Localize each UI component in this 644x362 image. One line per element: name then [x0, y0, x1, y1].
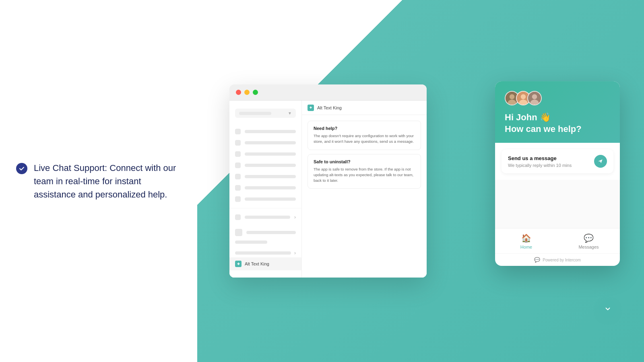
faq-body-1: The app doesn't require any configuratio… — [314, 133, 415, 145]
send-message-button[interactable] — [594, 155, 607, 168]
nav-item-1[interactable] — [229, 126, 301, 137]
section-label — [245, 216, 290, 219]
app-sidebar: ▼ — [229, 101, 302, 278]
intercom-bottom-nav: 🏠 Home 💬 Messages — [495, 228, 620, 253]
nav-item-4[interactable] — [229, 160, 301, 171]
nav-icon — [235, 196, 241, 202]
nav-label — [245, 186, 296, 189]
intercom-header: Hi John 👋 How can we help? — [495, 81, 620, 143]
powered-by-text: Powered by Intercom — [543, 258, 581, 262]
message-card-title: Send us a message — [508, 155, 594, 161]
intercom-logo-icon: 💬 — [534, 257, 540, 263]
message-card[interactable]: Send us a message We typically reply wit… — [502, 149, 613, 173]
nav-icon — [235, 162, 241, 168]
nav-label — [245, 175, 296, 178]
window-minimize-dot — [244, 90, 250, 95]
nav-label — [245, 164, 296, 167]
message-card-content: Send us a message We typically reply wit… — [508, 155, 594, 168]
browser-content: ▼ — [229, 101, 427, 278]
widget-toggle-button[interactable] — [599, 300, 617, 318]
section-item-1[interactable]: › — [229, 212, 301, 223]
tab-home-label: Home — [520, 245, 532, 249]
svg-point-7 — [532, 94, 537, 99]
avatar-3 — [527, 91, 542, 105]
nav-icon — [235, 140, 241, 146]
faq-item-2: Safe to uninstall? The app is safe to re… — [308, 154, 421, 189]
chevron-right-icon: › — [294, 214, 296, 220]
window-close-dot — [236, 90, 241, 95]
browser-titlebar — [229, 84, 427, 101]
nav-label — [245, 141, 296, 144]
faq-title-1: Need help? — [314, 126, 415, 131]
greeting-line2: How can we help? — [505, 123, 610, 135]
chevron-right-icon-2: › — [294, 250, 296, 256]
nav-item-5[interactable] — [229, 171, 301, 182]
faq-title-2: Safe to uninstall? — [314, 159, 415, 164]
nav-label — [245, 152, 296, 156]
section-label-2 — [235, 251, 291, 255]
nav-icon — [235, 185, 241, 191]
svg-point-1 — [510, 94, 514, 99]
app-header-title: Alt Text King — [317, 105, 342, 110]
sub-label — [235, 241, 267, 244]
faq-item-1: Need help? The app doesn't require any c… — [308, 121, 421, 150]
app-header-icon: ✚ — [308, 105, 314, 111]
intercom-widget: Hi John 👋 How can we help? Send us a mes… — [495, 81, 620, 266]
intercom-greeting: Hi John 👋 How can we help? — [505, 112, 610, 135]
svg-point-4 — [521, 94, 526, 99]
feature-description: Live Chat Support: Connect with our team… — [34, 161, 181, 201]
nav-label — [245, 130, 296, 133]
nav-item-2[interactable] — [229, 137, 301, 148]
app-name-label: Alt Text King — [245, 261, 269, 266]
tab-home[interactable]: 🏠 Home — [495, 228, 557, 253]
faq-content: Need help? The app doesn't require any c… — [302, 115, 427, 198]
nav-icon — [235, 151, 241, 157]
check-circle-icon — [16, 163, 27, 174]
nav-icon — [235, 129, 241, 134]
app-main: ✚ Alt Text King Need help? The app doesn… — [302, 101, 427, 278]
tab-messages-label: Messages — [578, 245, 599, 249]
tab-messages[interactable]: 💬 Messages — [557, 228, 620, 253]
avatar-group — [505, 91, 610, 105]
store-icon — [235, 229, 242, 236]
greeting-line1: Hi John 👋 — [505, 112, 610, 123]
sidebar-app-item[interactable]: ✚ Alt Text King — [229, 257, 301, 270]
right-area: ▼ — [197, 0, 644, 362]
app-icon: ✚ — [235, 261, 242, 267]
sidebar-header: ▼ — [229, 105, 301, 126]
feature-item: Live Chat Support: Connect with our team… — [16, 161, 181, 201]
sidebar-dropdown[interactable]: ▼ — [235, 109, 296, 118]
store-label — [246, 231, 296, 234]
nav-icon — [235, 174, 241, 179]
app-topbar: ✚ Alt Text King — [302, 101, 427, 115]
dropdown-label — [239, 112, 271, 115]
intercom-footer: 💬 Powered by Intercom — [495, 253, 620, 266]
nav-item-7[interactable] — [229, 193, 301, 205]
browser-window: ▼ — [229, 84, 427, 278]
message-card-subtitle: We typically reply within 10 mins — [508, 163, 594, 168]
nav-item-6[interactable] — [229, 182, 301, 193]
section-item-2[interactable]: › — [229, 249, 301, 257]
messages-icon: 💬 — [584, 233, 594, 243]
faq-body-2: The app is safe to remove from the store… — [314, 167, 415, 184]
chevron-down-icon: ▼ — [288, 111, 292, 115]
nav-item-store[interactable] — [229, 226, 301, 239]
home-icon: 🏠 — [521, 233, 531, 243]
sidebar-section: › — [229, 208, 301, 223]
left-panel: Live Chat Support: Connect with our team… — [0, 0, 197, 362]
nav-label — [245, 197, 296, 201]
nav-item-3[interactable] — [229, 148, 301, 160]
window-maximize-dot — [253, 90, 258, 95]
intercom-body — [495, 180, 620, 228]
nav-icon — [235, 214, 241, 220]
